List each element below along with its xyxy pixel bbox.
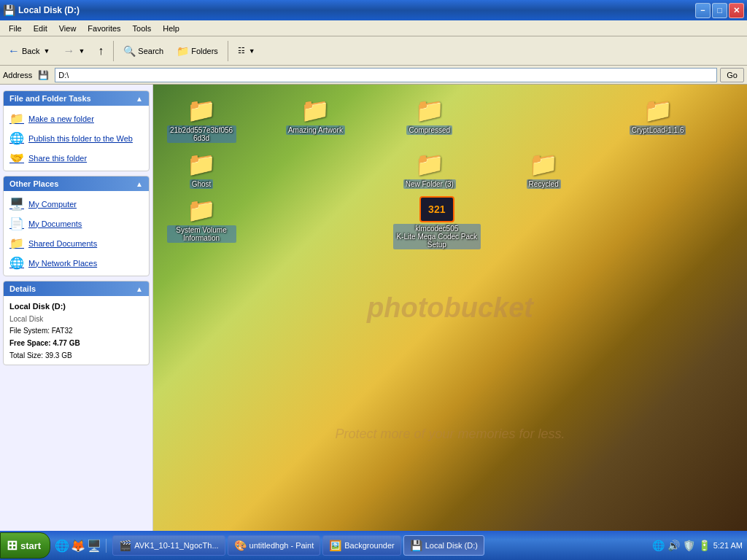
- folder-amazing[interactable]: 📁 Amazing Artwork: [279, 96, 352, 143]
- folders-grid: 📁 21b2dd557e3bf0566d3d 📁 Amazing Artwork…: [153, 85, 747, 261]
- my-computer-link[interactable]: 🖥️ My Computer: [7, 195, 146, 212]
- taskbar-avk[interactable]: 🎬 AVK1_10-11_NgocTh...: [112, 535, 225, 556]
- other-places-section: Other Places ▲ 🖥️ My Computer 📄 My Docum…: [3, 176, 150, 276]
- close-button[interactable]: ✕: [729, 3, 744, 18]
- klite-codec-label: klmcodec505K-Lite Mega Codec Pack Setup: [393, 224, 481, 249]
- toolbar: ← Back ▼ → ▼ ↑ 🔍 Search 📁 Folders ☷ ▼: [0, 36, 747, 66]
- folder-label-cryptload: CryptLoad-1.1.6: [630, 125, 686, 135]
- forward-button[interactable]: → ▼: [58, 39, 90, 63]
- make-new-folder-link[interactable]: 📁 Make a new folder: [7, 110, 146, 127]
- file-folder-tasks-chevron: ▲: [136, 95, 143, 103]
- menu-help[interactable]: Help: [157, 23, 185, 34]
- window-buttons: − □ ✕: [695, 3, 744, 18]
- my-network-label: My Network Places: [28, 259, 97, 268]
- my-documents-link[interactable]: 📄 My Documents: [7, 215, 146, 232]
- menu-tools[interactable]: Tools: [127, 23, 158, 34]
- folders-icon: 📁: [177, 45, 189, 57]
- computer-icon: 🖥️: [9, 197, 24, 211]
- avk-label: AVK1_10-11_NgocTh...: [134, 541, 218, 550]
- folder-label-amazing: Amazing Artwork: [286, 125, 345, 135]
- address-input[interactable]: D:\: [55, 68, 717, 82]
- window-title: Local Disk (D:): [18, 5, 695, 15]
- back-label: Back: [22, 47, 39, 55]
- start-button[interactable]: ⊞ start: [0, 532, 50, 559]
- search-button[interactable]: 🔍 Search: [118, 39, 169, 63]
- details-section: Details ▲ Local Disk (D:) Local Disk Fil…: [3, 281, 150, 365]
- system-clock: 5:21 AM: [713, 541, 743, 550]
- back-button[interactable]: ← Back ▼: [3, 39, 55, 63]
- show-desktop-icon[interactable]: 🖥️: [87, 539, 101, 553]
- local-disk-label: Local Disk (D:): [425, 541, 478, 550]
- menu-file[interactable]: File: [3, 23, 28, 34]
- klite-codec-icon: 321: [419, 196, 454, 222]
- folder-label-sysvolinfo: System Volume Information: [167, 225, 236, 243]
- view-dropdown-arrow[interactable]: ▼: [249, 47, 255, 55]
- documents-icon: 📄: [9, 217, 24, 230]
- folder-label-newfolder3: New Folder (3): [403, 179, 456, 189]
- file-area: photobucket Protect more of your memorie…: [153, 85, 747, 531]
- sidebar: File and Folder Tasks ▲ 📁 Make a new fol…: [0, 85, 153, 531]
- view-button[interactable]: ☷ ▼: [233, 39, 260, 63]
- avk-icon: 🎬: [119, 540, 131, 551]
- folder-icon-cryptload: 📁: [643, 96, 673, 124]
- other-places-header[interactable]: Other Places ▲: [4, 176, 149, 191]
- address-bar: Address 💾 D:\ Go: [0, 66, 747, 85]
- folder-newfolder3[interactable]: 📁 New Folder (3): [393, 150, 466, 189]
- folder-cryptload[interactable]: 📁 CryptLoad-1.1.6: [622, 96, 694, 143]
- folder-label-21b2dd: 21b2dd557e3bf0566d3d: [167, 125, 236, 143]
- maximize-button[interactable]: □: [712, 3, 727, 18]
- folder-sysvolinfo[interactable]: 📁 System Volume Information: [165, 196, 238, 249]
- title-bar: 💾 Local Disk (D:) − □ ✕: [0, 0, 747, 20]
- detail-total-size: Total Size: 39.3 GB: [7, 351, 146, 360]
- file-folder-tasks-section: File and Folder Tasks ▲ 📁 Make a new fol…: [3, 90, 150, 171]
- detail-filesystem: File System: FAT32: [7, 326, 146, 335]
- main-area: File and Folder Tasks ▲ 📁 Make a new fol…: [0, 85, 747, 531]
- details-body: Local Disk (D:) Local Disk File System: …: [4, 296, 149, 365]
- folder-label-recycled: Recycled: [527, 179, 561, 189]
- address-label: Address: [3, 71, 32, 79]
- menu-favorites[interactable]: Favorites: [82, 23, 126, 34]
- detail-disk-sub: Local Disk: [7, 315, 146, 323]
- back-dropdown-arrow[interactable]: ▼: [43, 47, 50, 55]
- file-folder-tasks-header[interactable]: File and Folder Tasks ▲: [4, 91, 149, 106]
- taskbar-paint[interactable]: 🎨 untitledhgh - Paint: [228, 535, 321, 556]
- menu-view[interactable]: View: [53, 23, 82, 34]
- klite-codec-item[interactable]: 321 klmcodec505K-Lite Mega Codec Pack Se…: [393, 196, 481, 249]
- folder-icon-newfolder3: 📁: [415, 150, 444, 178]
- folder-icon-sysvolinfo: 📁: [187, 196, 216, 224]
- folder-21b2dd[interactable]: 📁 21b2dd557e3bf0566d3d: [165, 96, 238, 143]
- backgrounder-icon: 🖼️: [329, 540, 341, 551]
- file-folder-tasks-title: File and Folder Tasks: [9, 94, 91, 103]
- folder-ghost[interactable]: 📁 Ghost: [165, 150, 238, 189]
- details-header[interactable]: Details ▲: [4, 281, 149, 296]
- share-icon: 🤝: [9, 151, 24, 165]
- firefox-icon[interactable]: 🦊: [71, 539, 85, 553]
- forward-icon: →: [63, 44, 74, 58]
- folder-compressed[interactable]: 📁 Compressed: [393, 96, 466, 143]
- forward-dropdown-arrow[interactable]: ▼: [78, 47, 85, 55]
- up-icon: ↑: [98, 44, 104, 58]
- folders-label: Folders: [191, 47, 218, 55]
- menu-edit[interactable]: Edit: [28, 23, 53, 34]
- toolbar-separator-2: [228, 41, 228, 61]
- up-button[interactable]: ↑: [93, 39, 109, 63]
- my-network-places-link[interactable]: 🌐 My Network Places: [7, 254, 146, 271]
- taskbar-backgrounder[interactable]: 🖼️ Backgrounder: [322, 535, 401, 556]
- shared-documents-link[interactable]: 📁 Shared Documents: [7, 235, 146, 252]
- menu-bar: File Edit View Favorites Tools Help: [0, 20, 747, 36]
- other-places-chevron: ▲: [136, 180, 143, 188]
- folders-button[interactable]: 📁 Folders: [171, 39, 223, 63]
- taskbar-local-disk[interactable]: 💾 Local Disk (D:): [403, 535, 484, 556]
- windows-logo: ⊞: [7, 537, 18, 553]
- folder-icon-ghost: 📁: [187, 150, 216, 178]
- details-chevron: ▲: [136, 285, 143, 293]
- detail-free-space: Free Space: 4.77 GB: [7, 338, 146, 348]
- address-value: D:\: [58, 71, 69, 79]
- publish-folder-link[interactable]: 🌐 Publish this folder to the Web: [7, 130, 146, 147]
- minimize-button[interactable]: −: [695, 3, 711, 18]
- toolbar-separator-1: [113, 41, 114, 61]
- go-button[interactable]: Go: [720, 68, 744, 82]
- share-folder-link[interactable]: 🤝 Share this folder: [7, 149, 146, 166]
- ie-icon[interactable]: 🌐: [55, 539, 69, 553]
- folder-recycled[interactable]: 📁 Recycled: [507, 150, 580, 189]
